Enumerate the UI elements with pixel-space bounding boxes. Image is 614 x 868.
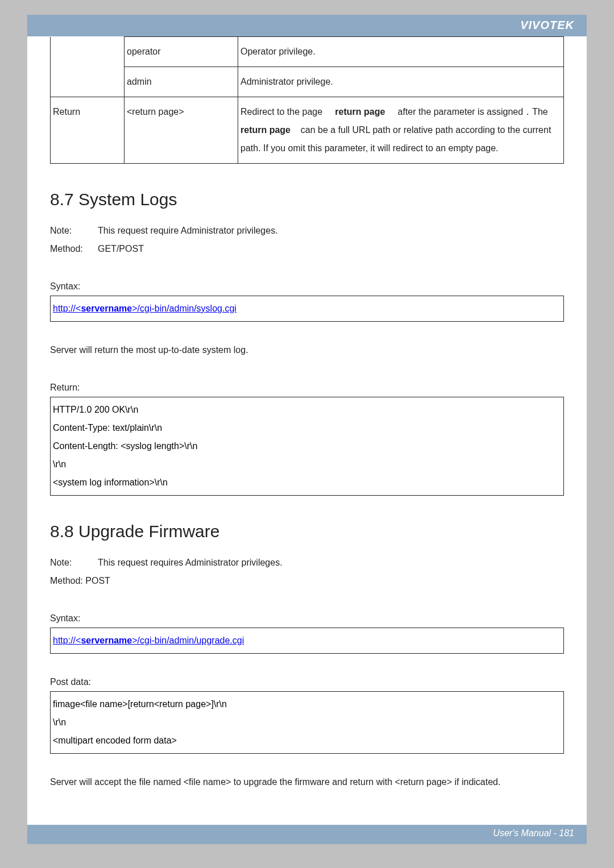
note-label: Note: (50, 554, 98, 572)
desc-text: Server will return the most up-to-date s… (50, 341, 564, 359)
postdata-box: fimage<file name>[return<return page>]\r… (50, 691, 564, 754)
syntax-box: http://<servername>/cgi-bin/admin/syslog… (50, 296, 564, 322)
note-line: Note:This request requires Administrator… (50, 554, 564, 572)
note-label: Note: (50, 222, 98, 240)
table-row: Return <return page> Redirect to the pag… (51, 97, 564, 164)
table-cell: operator (125, 37, 238, 67)
text: Redirect to the page (240, 107, 325, 117)
url-pre: http://< (53, 636, 81, 645)
note-text: This request require Administrator privi… (98, 226, 278, 235)
syntax-label: Syntax: (50, 277, 564, 296)
table-cell: Administrator privilege. (238, 67, 564, 97)
table-cell: Operator privilege. (238, 37, 564, 67)
header-bar: VIVOTEK (27, 15, 587, 36)
table-cell: admin (125, 67, 238, 97)
closing-text: Server will accept the file named <file … (50, 773, 564, 791)
table-cell-empty (51, 37, 125, 67)
content-area: operator Operator privilege. admin Admin… (27, 36, 587, 808)
note-line: Note:This request require Administrator … (50, 222, 564, 240)
url-servername: servername (81, 304, 132, 313)
postdata-label: Post data: (50, 673, 564, 691)
note-text: This request requires Administrator priv… (98, 558, 283, 567)
method-label: Method: (50, 240, 98, 258)
table-row: admin Administrator privilege. (51, 67, 564, 97)
upgrade-url-link[interactable]: http://<servername>/cgi-bin/admin/upgrad… (53, 636, 244, 645)
table-cell-empty (51, 67, 125, 97)
method-text: GET/POST (98, 244, 144, 254)
return-label: Return: (50, 379, 564, 397)
url-servername: servername (81, 636, 132, 645)
page: VIVOTEK operator Operator privilege. adm… (27, 15, 587, 844)
table-row: operator Operator privilege. (51, 37, 564, 67)
syntax-label: Syntax: (50, 609, 564, 628)
url-post: >/cgi-bin/admin/syslog.cgi (132, 304, 237, 313)
syntax-box: http://<servername>/cgi-bin/admin/upgrad… (50, 628, 564, 654)
method-line: Method:GET/POST (50, 240, 564, 258)
text: after the parameter is assigned．The (395, 107, 548, 117)
parameter-table: operator Operator privilege. admin Admin… (50, 36, 564, 164)
return-box: HTTP/1.0 200 OK\r\n Content-Type: text/p… (50, 397, 564, 496)
table-cell: Redirect to the page return page after t… (238, 97, 564, 164)
url-pre: http://< (53, 304, 81, 313)
footer-text: User's Manual - 181 (493, 828, 574, 838)
table-cell: <return page> (125, 97, 238, 164)
bold-text: return page (335, 107, 385, 117)
brand-logo: VIVOTEK (520, 19, 574, 32)
section-heading-system-logs: 8.7 System Logs (50, 190, 564, 209)
url-post: >/cgi-bin/admin/upgrade.cgi (132, 636, 244, 645)
syslog-url-link[interactable]: http://<servername>/cgi-bin/admin/syslog… (53, 304, 237, 313)
footer-bar: User's Manual - 181 (27, 825, 587, 844)
method-line: Method: POST (50, 572, 564, 590)
bold-text: return page (240, 125, 291, 135)
table-cell: Return (51, 97, 125, 164)
section-heading-upgrade-firmware: 8.8 Upgrade Firmware (50, 522, 564, 541)
